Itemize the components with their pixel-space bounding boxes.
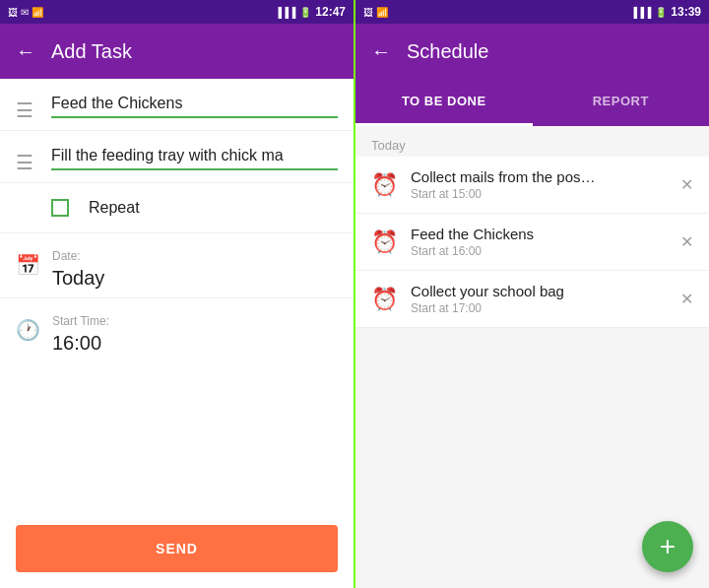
task-title-1: Collect mails from the pos…: [411, 168, 669, 185]
clock-icon-1: ⏰: [371, 172, 399, 198]
task-title-3: Collect your school bag: [411, 283, 669, 299]
add-task-form: ☰ ☰ Repeat 📅 Date: Today 🕐 Start Time: [0, 79, 354, 509]
left-status-icons: 🖼 ✉ 📶: [8, 6, 43, 18]
add-task-toolbar: ← Add Task: [0, 24, 354, 79]
right-signal-icon: ▐▐▐: [630, 7, 651, 18]
task-close-1[interactable]: ✕: [680, 175, 693, 194]
description-row: ☰: [0, 131, 354, 183]
left-time: 12:47: [315, 5, 346, 19]
back-button-left[interactable]: ←: [16, 40, 35, 63]
date-value: Today: [52, 267, 104, 290]
date-content: Date: Today: [52, 249, 104, 290]
description-input[interactable]: [51, 147, 338, 170]
send-button[interactable]: SEND: [16, 525, 338, 572]
right-time: 13:39: [671, 5, 701, 19]
clock-icon-2: ⏰: [371, 229, 399, 255]
send-btn-container: SEND: [0, 509, 354, 588]
tab-report[interactable]: REPORT: [533, 79, 710, 126]
back-button-right[interactable]: ←: [371, 40, 391, 63]
task-info-2: Feed the Chickens Start at 16:00: [411, 226, 669, 258]
add-task-fab[interactable]: +: [642, 521, 693, 572]
description-icon: ☰: [16, 151, 39, 174]
task-name-row: ☰: [0, 79, 354, 131]
today-label: Today: [355, 126, 709, 157]
task-time-1: Start at 15:00: [411, 187, 669, 201]
clock-icon-3: ⏰: [371, 287, 399, 312]
task-item: ⏰ Collect mails from the pos… Start at 1…: [355, 157, 709, 214]
add-task-panel: 🖼 ✉ 📶 ▐▐▐ 🔋 12:47 ← Add Task ☰ ☰ Repeat: [0, 0, 355, 588]
task-item: ⏰ Feed the Chickens Start at 16:00 ✕: [355, 214, 709, 271]
right-status-bar: 🖼 📶 ▐▐▐ 🔋 13:39: [355, 0, 709, 24]
date-icon: 📅: [16, 253, 40, 277]
schedule-title: Schedule: [407, 40, 488, 63]
date-row: 📅 Date: Today: [0, 233, 354, 298]
repeat-checkbox[interactable]: [51, 199, 69, 217]
repeat-row: Repeat: [0, 183, 354, 233]
time-content: Start Time: 16:00: [52, 314, 109, 355]
schedule-toolbar: ← Schedule: [355, 24, 709, 79]
time-row: 🕐 Start Time: 16:00: [0, 298, 354, 362]
task-info-3: Collect your school bag Start at 17:00: [411, 283, 669, 315]
left-battery-icon: 🔋: [299, 7, 311, 18]
schedule-panel: 🖼 📶 ▐▐▐ 🔋 13:39 ← Schedule TO BE DONE RE…: [355, 0, 709, 588]
task-name-icon: ☰: [16, 98, 39, 122]
task-title-2: Feed the Chickens: [411, 226, 669, 242]
right-status-right: ▐▐▐ 🔋 13:39: [630, 5, 701, 19]
time-label: Start Time:: [52, 314, 109, 328]
task-time-3: Start at 17:00: [411, 301, 669, 315]
right-status-icons: 🖼 📶: [363, 6, 388, 18]
task-info-1: Collect mails from the pos… Start at 15:…: [411, 168, 669, 201]
add-task-title: Add Task: [51, 40, 132, 63]
task-close-2[interactable]: ✕: [680, 232, 693, 251]
right-battery-icon: 🔋: [655, 7, 667, 18]
task-close-3[interactable]: ✕: [680, 290, 693, 308]
left-status-right: ▐▐▐ 🔋 12:47: [275, 5, 346, 19]
task-name-input[interactable]: [51, 95, 338, 118]
time-icon: 🕐: [16, 318, 40, 342]
task-item: ⏰ Collect your school bag Start at 17:00…: [355, 271, 709, 328]
task-time-2: Start at 16:00: [411, 244, 669, 258]
date-label: Date:: [52, 249, 104, 263]
repeat-label: Repeat: [89, 199, 140, 217]
left-status-bar: 🖼 ✉ 📶 ▐▐▐ 🔋 12:47: [0, 0, 354, 24]
left-signal-icon: ▐▐▐: [275, 7, 295, 18]
tab-to-be-done[interactable]: TO BE DONE: [355, 79, 533, 126]
time-value: 16:00: [52, 332, 109, 355]
schedule-content: Today ⏰ Collect mails from the pos… Star…: [355, 126, 709, 588]
schedule-tab-bar: TO BE DONE REPORT: [355, 79, 709, 126]
